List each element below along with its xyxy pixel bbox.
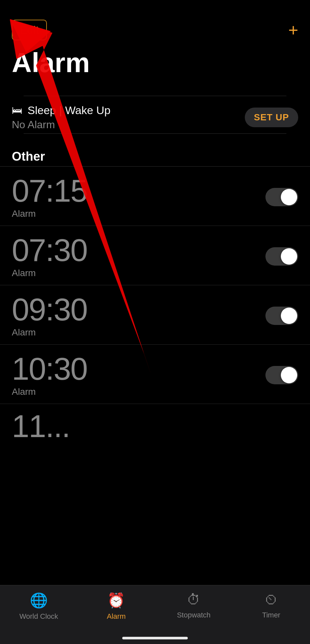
timer-icon: ⏲ (264, 592, 278, 608)
tab-bar: 🌐 World Clock ⏰ Alarm ⏱ Stopwatch ⏲ Time… (0, 585, 310, 644)
no-alarm-text: No Alarm (12, 119, 110, 131)
alarm-toggle-2[interactable] (265, 247, 298, 266)
tab-alarm-label: Alarm (107, 612, 126, 621)
sleep-wake-label: Sleep | Wake Up (28, 104, 110, 117)
alarm-item-1[interactable]: 07:15 Alarm (0, 166, 310, 226)
page-title: Alarm (0, 47, 310, 87)
other-section: Other (0, 140, 310, 164)
header: Edit + (0, 0, 310, 47)
alarm-info-1: 07:15 Alarm (12, 175, 87, 219)
alarm-info-3: 09:30 Alarm (12, 294, 87, 338)
alarm-icon: ⏰ (107, 592, 125, 609)
alarm-item-2[interactable]: 07:30 Alarm (0, 226, 310, 285)
alarm-label-1: Alarm (12, 209, 87, 219)
alarm-time-4: 10:30 (12, 353, 87, 385)
alarm-item-5-partial: 11... (0, 404, 310, 445)
tab-world-clock[interactable]: 🌐 World Clock (0, 592, 78, 621)
tab-stopwatch[interactable]: ⏱ Stopwatch (155, 592, 233, 619)
home-indicator (122, 637, 188, 639)
alarm-toggle-4[interactable] (265, 366, 298, 384)
alarm-label-2: Alarm (12, 268, 87, 278)
alarm-label-3: Alarm (12, 327, 87, 338)
world-clock-icon: 🌐 (30, 592, 48, 609)
edit-button[interactable]: Edit (12, 20, 47, 40)
alarm-time-partial: 11... (12, 411, 70, 442)
setup-button[interactable]: SET UP (245, 108, 298, 127)
alarm-list: 07:15 Alarm 07:30 Alarm 09:30 Alarm (0, 166, 310, 445)
stopwatch-icon: ⏱ (187, 592, 201, 608)
tab-world-clock-label: World Clock (19, 612, 58, 621)
toggle-thumb-1 (281, 189, 297, 205)
bottom-divider (24, 133, 286, 134)
sleep-wake-section: 🛏 Sleep | Wake Up No Alarm SET UP (0, 87, 310, 140)
tab-timer[interactable]: ⏲ Timer (233, 592, 310, 619)
alarm-toggle-1[interactable] (265, 188, 298, 206)
tab-stopwatch-label: Stopwatch (177, 611, 211, 619)
alarm-toggle-3[interactable] (265, 307, 298, 325)
alarm-time-2: 07:30 (12, 234, 87, 266)
sleep-wake-header: 🛏 Sleep | Wake Up (12, 104, 110, 117)
other-section-title: Other (12, 150, 298, 164)
toggle-thumb-2 (281, 248, 297, 265)
alarm-label-4: Alarm (12, 387, 87, 397)
alarm-info-2: 07:30 Alarm (12, 234, 87, 278)
tab-timer-label: Timer (262, 611, 280, 619)
toggle-thumb-3 (281, 308, 297, 324)
toggle-thumb-4 (281, 367, 297, 383)
alarm-time-3: 09:30 (12, 294, 87, 325)
bed-icon: 🛏 (12, 104, 22, 116)
alarm-info-4: 10:30 Alarm (12, 353, 87, 397)
alarm-time-1: 07:15 (12, 175, 87, 207)
sleep-wake-row: 🛏 Sleep | Wake Up No Alarm SET UP (12, 96, 298, 133)
add-button[interactable]: + (288, 22, 298, 39)
tab-alarm[interactable]: ⏰ Alarm (78, 592, 155, 621)
alarm-item-4[interactable]: 10:30 Alarm (0, 344, 310, 404)
alarm-item-3[interactable]: 09:30 Alarm (0, 285, 310, 344)
